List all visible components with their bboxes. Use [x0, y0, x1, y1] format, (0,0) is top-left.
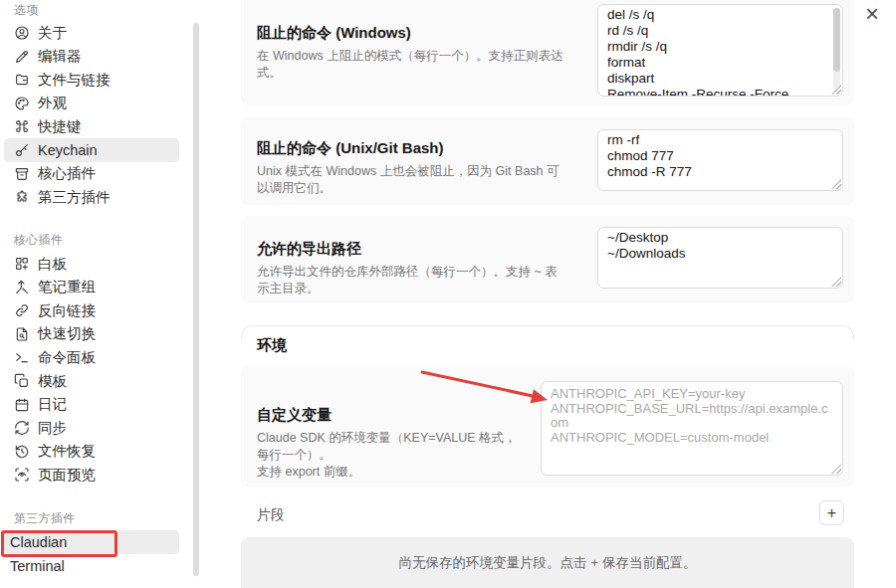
pencil-icon	[14, 49, 30, 65]
textarea-scrollbar[interactable]	[833, 8, 840, 93]
setting-info: 阻止的命令 (Unix/Git Bash) Unix 模式在 Windows 上…	[257, 139, 565, 197]
sidebar-item-label: 模板	[38, 372, 67, 391]
textarea-wrapper: rm -rf chmod 777 chmod -R 777	[597, 129, 843, 191]
sidebar-item-hotkeys[interactable]: 快捷键	[4, 114, 179, 138]
history-icon	[14, 444, 30, 460]
sidebar-section-header: 第三方插件	[14, 510, 76, 527]
sidebar-section-header: 选项	[14, 2, 39, 19]
sidebar-item-templates[interactable]: 模板	[4, 369, 179, 393]
allowed-export-paths-input[interactable]: ~/Desktop ~/Downloads	[597, 227, 843, 289]
sidebar-item-sync[interactable]: 同步	[4, 416, 179, 440]
setting-name: 允许的导出路径	[257, 240, 565, 259]
settings-sidebar: 选项关于编辑器文件与链接外观快捷键Keychain核心插件第三方插件核心插件白板…	[0, 0, 207, 588]
sidebar-item-core-plugins[interactable]: 核心插件	[4, 162, 179, 186]
sidebar-item-label: Claudian	[10, 534, 67, 550]
close-icon[interactable]: ×	[858, 0, 886, 28]
sidebar-item-label: 关于	[38, 24, 67, 43]
sidebar-item-label: 外观	[38, 94, 67, 112]
sidebar-scrollbar[interactable]	[193, 23, 199, 576]
textarea-wrapper	[541, 381, 843, 476]
setting-custom-variables: 自定义变量 Claude SDK 的环境变量（KEY=VALUE 格式，每行一个…	[241, 366, 854, 488]
merge-icon	[14, 280, 30, 295]
sidebar-item-appearance[interactable]: 外观	[4, 92, 179, 115]
setting-blocked-commands-unix: 阻止的命令 (Unix/Git Bash) Unix 模式在 Windows 上…	[241, 117, 854, 205]
files-links-icon	[14, 72, 30, 88]
textarea-wrapper: del /s /q rd /s /q rmdir /s /q format di…	[597, 4, 843, 97]
sidebar-item-community-plugins[interactable]: 第三方插件	[4, 185, 179, 209]
terminal-icon	[14, 349, 30, 365]
file-search-icon	[14, 326, 30, 342]
sidebar-item-label: 日记	[38, 395, 67, 414]
sidebar-item-label: 文件恢复	[38, 442, 96, 461]
sidebar-item-label: 命令面板	[38, 348, 96, 367]
setting-info: 阻止的命令 (Windows) 在 Windows 上阻止的模式（每行一个）。支…	[257, 24, 565, 82]
sidebar-item-label: 笔记重组	[38, 278, 96, 296]
blocked-commands-windows-input[interactable]: del /s /q rd /s /q rmdir /s /q format di…	[597, 4, 843, 97]
setting-info: 自定义变量 Claude SDK 的环境变量（KEY=VALUE 格式，每行一个…	[257, 406, 526, 481]
sidebar-item-label: Terminal	[10, 558, 65, 574]
sidebar-item-terminal[interactable]: Terminal	[4, 554, 179, 578]
sidebar-item-label: 第三方插件	[38, 188, 111, 207]
setting-name: 自定义变量	[257, 406, 526, 425]
setting-blocked-commands-windows: 阻止的命令 (Windows) 在 Windows 上阻止的模式（每行一个）。支…	[241, 0, 854, 105]
setting-name: 阻止的命令 (Unix/Git Bash)	[257, 139, 565, 158]
sidebar-item-label: 快捷键	[38, 117, 82, 136]
copy-icon	[14, 373, 30, 389]
snippets-empty-state: 尚无保存的环境变量片段。点击 + 保存当前配置。	[241, 537, 854, 588]
sidebar-item-label: 反向链接	[38, 301, 96, 320]
blocked-commands-unix-input[interactable]: rm -rf chmod 777 chmod -R 777	[597, 129, 843, 191]
setting-allowed-export-paths: 允许的导出路径 允许导出文件的仓库外部路径（每行一个）。支持 ~ 表示主目录。 …	[241, 216, 854, 303]
sidebar-item-about[interactable]: 关于	[4, 21, 179, 45]
sidebar-item-label: 快速切换	[38, 324, 96, 343]
calendar-icon	[14, 397, 30, 413]
sidebar-item-label: 页面预览	[38, 466, 96, 485]
add-snippet-button[interactable]: +	[819, 500, 844, 525]
textarea-wrapper: ~/Desktop ~/Downloads	[597, 227, 843, 289]
scrollbar-thumb[interactable]	[833, 8, 840, 72]
canvas-icon	[14, 256, 30, 272]
sidebar-item-page-preview[interactable]: 页面预览	[4, 463, 179, 487]
user-circle-icon	[14, 25, 30, 41]
palette-icon	[14, 96, 30, 111]
setting-description: 允许导出文件的仓库外部路径（每行一个）。支持 ~ 表示主目录。	[257, 264, 565, 297]
sidebar-section-header: 核心插件	[14, 232, 63, 249]
sidebar-item-files-links[interactable]: 文件与链接	[4, 68, 179, 92]
sidebar-item-daily-notes[interactable]: 日记	[4, 393, 179, 417]
sidebar-item-note-composer[interactable]: 笔记重组	[4, 276, 179, 299]
key-icon	[14, 142, 30, 158]
sidebar-item-label: Keychain	[38, 142, 98, 158]
section-divider	[241, 325, 854, 339]
sidebar-item-file-recovery[interactable]: 文件恢复	[4, 440, 179, 464]
sync-icon	[14, 420, 30, 436]
sidebar-item-quick-switcher[interactable]: 快速切换	[4, 322, 179, 346]
backlink-icon	[14, 302, 30, 318]
sidebar-item-claudian[interactable]: Claudian	[4, 530, 179, 554]
command-icon	[14, 118, 30, 134]
setting-description: Unix 模式在 Windows 上也会被阻止，因为 Git Bash 可以调用…	[257, 163, 565, 197]
sidebar-item-backlinks[interactable]: 反向链接	[4, 298, 179, 322]
puzzle-icon	[14, 189, 30, 205]
snippets-label: 片段	[257, 506, 285, 524]
description-line: 支持 export 前缀。	[257, 465, 360, 479]
sidebar-item-label: 核心插件	[38, 164, 96, 183]
core-plugins-icon	[14, 166, 30, 182]
sidebar-item-label: 编辑器	[38, 47, 82, 66]
sidebar-item-editor[interactable]: 编辑器	[4, 45, 179, 69]
setting-description: 在 Windows 上阻止的模式（每行一个）。支持正则表达式。	[257, 48, 565, 82]
setting-description: Claude SDK 的环境变量（KEY=VALUE 格式，每行一个）。 支持 …	[257, 430, 526, 481]
sidebar-item-label: 文件与链接	[38, 71, 111, 90]
sidebar-item-canvas[interactable]: 白板	[4, 252, 179, 276]
sidebar-item-label: 白板	[38, 255, 67, 274]
setting-name: 阻止的命令 (Windows)	[257, 24, 565, 43]
empty-state-message: 尚无保存的环境变量片段。点击 + 保存当前配置。	[399, 554, 697, 588]
sidebar-item-command-palette[interactable]: 命令面板	[4, 345, 179, 369]
description-line: Claude SDK 的环境变量（KEY=VALUE 格式，每行一个）。	[257, 431, 517, 462]
setting-info: 允许的导出路径 允许导出文件的仓库外部路径（每行一个）。支持 ~ 表示主目录。	[257, 240, 565, 297]
page-preview-icon	[14, 467, 30, 483]
sidebar-item-keychain[interactable]: Keychain	[4, 138, 179, 162]
environment-heading: 环境	[257, 336, 287, 355]
sidebar-item-label: 同步	[38, 419, 67, 438]
custom-variables-input[interactable]	[541, 381, 843, 476]
